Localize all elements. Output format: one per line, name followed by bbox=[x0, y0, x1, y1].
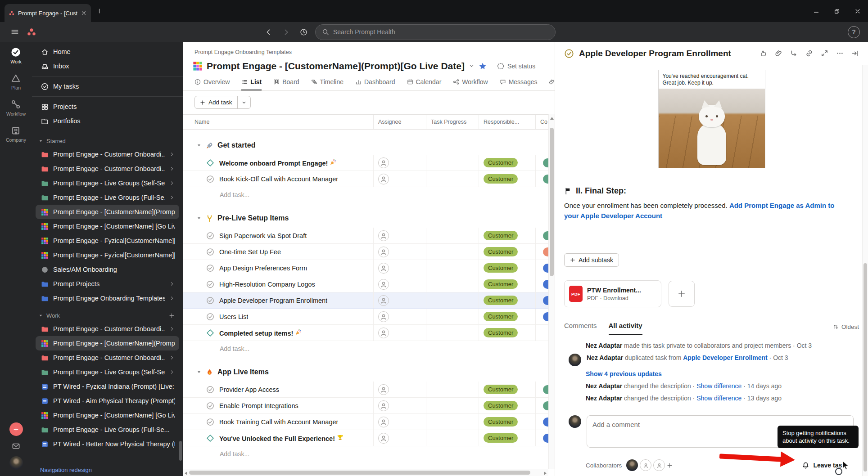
sidebar-item[interactable]: Prompt Engage - Live Groups (Full-Se... bbox=[36, 422, 179, 437]
back-button[interactable] bbox=[265, 28, 272, 36]
sidebar-item[interactable]: Prompt Projects bbox=[36, 277, 179, 291]
milestone-icon[interactable] bbox=[206, 159, 214, 167]
task-check-icon[interactable] bbox=[206, 280, 214, 288]
collapse-caret-icon[interactable] bbox=[196, 216, 202, 221]
assignee-icon[interactable] bbox=[378, 263, 389, 274]
task-row[interactable]: Book Training Call with Account Manager … bbox=[183, 414, 555, 430]
assignee-icon[interactable] bbox=[378, 230, 389, 241]
search-input[interactable]: Search Prompt Health bbox=[315, 24, 556, 40]
task-progress-cell[interactable] bbox=[426, 244, 479, 260]
app-tab[interactable]: Prompt Engage - [Custome... bbox=[5, 4, 91, 22]
add-task-row[interactable]: Add task... bbox=[183, 341, 555, 356]
sidebar-item[interactable]: Prompt Engage - Live Groups (Self-Se... bbox=[36, 365, 179, 379]
task-row[interactable]: Sign Paperwork via Spot Draft Customer bbox=[183, 228, 555, 244]
collaborator-avatar[interactable] bbox=[626, 459, 638, 471]
attachment-meta[interactable]: PDF · Download bbox=[587, 295, 641, 301]
rail-item-company[interactable]: Company bbox=[6, 126, 26, 143]
assignee-icon[interactable] bbox=[378, 174, 389, 184]
chevron-right-icon[interactable] bbox=[169, 195, 175, 200]
tab-dashboard[interactable]: Dashboard bbox=[355, 78, 395, 90]
assignee-icon[interactable] bbox=[378, 157, 389, 168]
chevron-right-icon[interactable] bbox=[169, 152, 175, 157]
sidebar-item[interactable]: Prompt Engage - Live Groups (Full-Se... bbox=[36, 190, 179, 205]
sidebar-item[interactable]: Home bbox=[36, 45, 179, 59]
task-check-icon[interactable] bbox=[206, 296, 214, 305]
create-button[interactable] bbox=[9, 422, 23, 436]
sidebar-item[interactable]: Prompt Engage - Customer Onboardi... bbox=[36, 147, 179, 162]
tab-overview[interactable]: Overview bbox=[194, 78, 230, 90]
sidebar-item[interactable]: Portfolios bbox=[36, 114, 179, 128]
task-check-icon[interactable] bbox=[206, 418, 214, 426]
milestone-icon[interactable] bbox=[206, 329, 214, 337]
task-row[interactable]: Book Kick-Off Call with Account Manager … bbox=[183, 171, 555, 187]
panel-scrollbar[interactable] bbox=[862, 65, 868, 476]
task-progress-cell[interactable] bbox=[426, 260, 479, 276]
task-check-icon[interactable] bbox=[206, 386, 214, 394]
assignee-icon[interactable] bbox=[378, 279, 389, 290]
sidebar-item[interactable]: Prompt Engage - Customer Onboardi... bbox=[36, 322, 179, 336]
chevron-right-icon[interactable] bbox=[169, 296, 175, 301]
tab-list[interactable]: List bbox=[241, 78, 262, 90]
task-row[interactable]: Users List Customer bbox=[183, 309, 555, 325]
tab-workflow[interactable]: Workflow bbox=[453, 78, 488, 90]
add-task-row[interactable]: Add task... bbox=[183, 446, 555, 462]
collaborator-avatar[interactable] bbox=[653, 459, 665, 471]
chevron-right-icon[interactable] bbox=[169, 326, 175, 332]
sidebar-item[interactable]: PT Wired - Better Now Physical Therapy (… bbox=[36, 437, 179, 451]
like-icon[interactable] bbox=[760, 49, 767, 57]
subtask-icon[interactable] bbox=[790, 49, 798, 57]
tab-board[interactable]: Board bbox=[273, 78, 299, 90]
add-collaborator-icon[interactable] bbox=[667, 463, 673, 468]
assignee-icon[interactable] bbox=[378, 328, 389, 338]
responsible-badge[interactable]: Customer bbox=[484, 312, 518, 321]
task-check-icon[interactable] bbox=[206, 232, 214, 240]
minimize-button[interactable] bbox=[806, 0, 827, 22]
show-updates-link[interactable]: Show 4 previous updates bbox=[564, 368, 859, 380]
task-row[interactable]: Completed setup items! Customer bbox=[183, 325, 555, 341]
milestone-icon[interactable] bbox=[206, 434, 214, 442]
section-header[interactable]: App Live Items bbox=[183, 363, 555, 382]
hamburger-menu-icon[interactable] bbox=[11, 28, 19, 36]
chevron-right-icon[interactable] bbox=[169, 166, 175, 171]
column-header[interactable]: Responsible... bbox=[479, 115, 536, 129]
user-avatar[interactable] bbox=[9, 456, 23, 470]
task-progress-cell[interactable] bbox=[426, 309, 479, 324]
add-task-button[interactable]: Add task bbox=[194, 96, 251, 109]
assignee-icon[interactable] bbox=[378, 417, 389, 427]
title-chevron-icon[interactable] bbox=[469, 63, 475, 69]
task-complete-icon[interactable] bbox=[564, 49, 574, 58]
sidebar-item[interactable]: Prompt Engage - [CustomerName] [Go Liv..… bbox=[36, 408, 179, 422]
assignee-icon[interactable] bbox=[378, 295, 389, 306]
attachment-card[interactable]: PDF PTW Enrollment... PDF · Download bbox=[564, 280, 661, 307]
sidebar-item[interactable]: Prompt Engage - [CustomerName](Promp... bbox=[36, 336, 179, 350]
task-progress-cell[interactable] bbox=[426, 155, 479, 171]
task-row[interactable]: You've Unlocked the Full Experience! Cus… bbox=[183, 430, 555, 446]
horizontal-scrollbar[interactable] bbox=[183, 469, 548, 476]
sidebar-item[interactable]: My tasks bbox=[36, 79, 179, 94]
task-row[interactable]: One-time Set Up Fee Customer bbox=[183, 244, 555, 260]
sidebar-scrollbar[interactable] bbox=[179, 441, 182, 461]
responsible-badge[interactable]: Customer bbox=[484, 247, 518, 256]
rail-item-work[interactable]: Work bbox=[6, 47, 26, 64]
mail-icon[interactable] bbox=[12, 442, 20, 450]
responsible-badge[interactable]: Customer bbox=[484, 385, 518, 394]
responsible-badge[interactable]: Customer bbox=[484, 296, 518, 305]
sidebar-item[interactable]: Prompt Engage Onboarding Templates bbox=[36, 291, 179, 305]
sidebar-item[interactable]: Prompt Engage - [CustomerName](Promp... bbox=[36, 205, 179, 219]
column-header[interactable]: Task Progress bbox=[426, 115, 479, 129]
collapse-caret-icon[interactable] bbox=[196, 369, 202, 375]
task-progress-cell[interactable] bbox=[426, 430, 479, 446]
responsible-badge[interactable]: Customer bbox=[484, 279, 518, 289]
assignee-icon[interactable] bbox=[378, 433, 389, 444]
add-task-dropdown[interactable] bbox=[237, 96, 250, 108]
add-subtask-button[interactable]: Add subtask bbox=[564, 253, 619, 267]
collaborator-avatar[interactable] bbox=[640, 459, 651, 471]
tab-comments[interactable]: Comments bbox=[564, 322, 597, 335]
section-header[interactable]: Get started bbox=[183, 136, 555, 155]
sidebar-item[interactable]: Prompt Engage - Customer Onboardi... bbox=[36, 350, 179, 365]
task-check-icon[interactable] bbox=[206, 175, 214, 183]
assignee-icon[interactable] bbox=[378, 400, 389, 411]
expand-icon[interactable] bbox=[821, 49, 828, 57]
rail-item-plan[interactable]: Plan bbox=[6, 73, 26, 90]
sidebar-item[interactable]: Prompt Engage - Fyzical[CustomerName][..… bbox=[36, 248, 179, 262]
